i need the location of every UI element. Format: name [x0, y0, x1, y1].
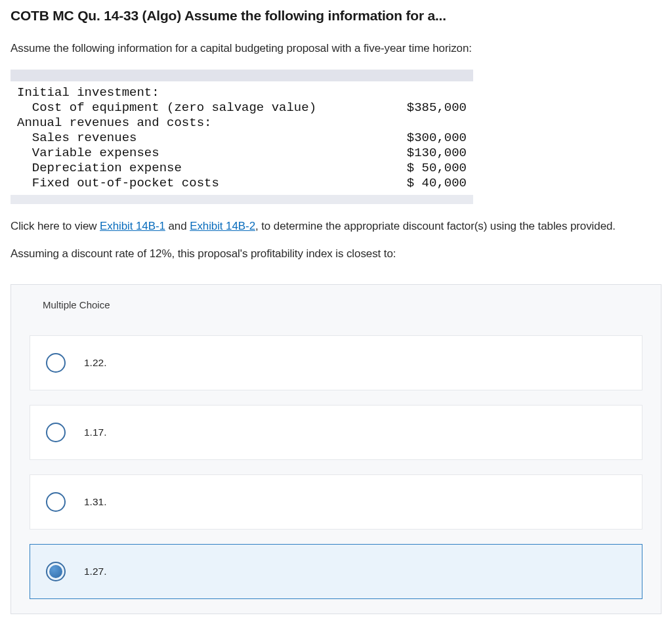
option-label: 1.31.	[84, 496, 106, 508]
table-row: Variable expenses $130,000	[17, 146, 467, 161]
row-label: Cost of equipment (zero salvage value)	[17, 100, 316, 115]
links-suffix: , to determine the appropriate discount …	[255, 220, 616, 232]
multiple-choice-block: Multiple Choice 1.22. 1.17. 1.31. 1.27.	[10, 284, 662, 614]
exhibit-14b-1-link[interactable]: Exhibit 14B-1	[100, 220, 165, 232]
table-row: Sales revenues $300,000	[17, 131, 467, 146]
table-top-bar	[10, 70, 473, 81]
intro-text: Assume the following information for a c…	[10, 42, 662, 55]
data-table: Initial investment: Cost of equipment (z…	[10, 70, 473, 204]
table-row: Cost of equipment (zero salvage value) $…	[17, 100, 467, 115]
row-value: $130,000	[407, 146, 467, 161]
option-label: 1.22.	[84, 357, 106, 369]
row-value: $ 50,000	[407, 161, 467, 176]
row-value: $385,000	[407, 100, 467, 115]
row-label: Sales revenues	[17, 131, 136, 146]
assumption-text: Assuming a discount rate of 12%, this pr…	[10, 247, 662, 261]
question-title: COTB MC Qu. 14-33 (Algo) Assume the foll…	[10, 8, 662, 24]
table-row: Initial investment:	[17, 85, 467, 100]
exhibit-links-line: Click here to view Exhibit 14B-1 and Exh…	[10, 220, 662, 233]
radio-icon	[46, 353, 66, 373]
table-row: Fixed out-of-pocket costs $ 40,000	[17, 176, 467, 191]
option-label: 1.17.	[84, 427, 106, 438]
radio-icon	[46, 492, 66, 512]
option-label: 1.27.	[84, 566, 106, 577]
radio-icon	[46, 562, 66, 581]
option-d[interactable]: 1.27.	[30, 544, 642, 599]
radio-icon	[46, 423, 66, 442]
multiple-choice-header: Multiple Choice	[11, 285, 661, 325]
row-label: Variable expenses	[17, 146, 159, 161]
row-label: Annual revenues and costs:	[17, 115, 211, 131]
row-label: Initial investment:	[17, 85, 159, 100]
table-row: Depreciation expense $ 50,000	[17, 161, 467, 176]
links-mid: and	[165, 220, 190, 232]
option-a[interactable]: 1.22.	[30, 335, 642, 390]
row-value: $ 40,000	[407, 176, 467, 191]
row-label: Depreciation expense	[17, 161, 182, 176]
table-row: Annual revenues and costs:	[17, 115, 467, 131]
option-b[interactable]: 1.17.	[30, 405, 642, 460]
table-bottom-bar	[10, 195, 473, 204]
option-c[interactable]: 1.31.	[30, 474, 642, 530]
row-value: $300,000	[407, 131, 467, 146]
links-prefix: Click here to view	[10, 220, 100, 232]
row-label: Fixed out-of-pocket costs	[17, 176, 219, 191]
exhibit-14b-2-link[interactable]: Exhibit 14B-2	[190, 220, 255, 232]
